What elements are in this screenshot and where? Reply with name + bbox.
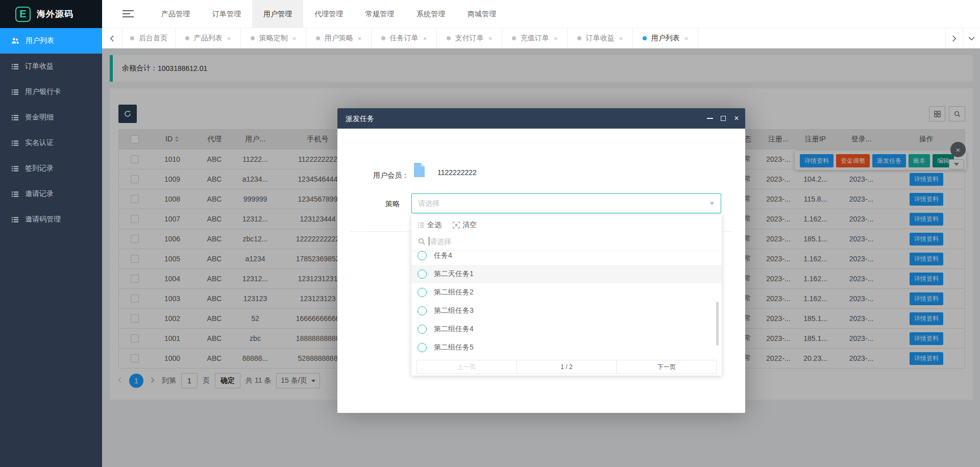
nav-item-orders[interactable]: 订单管理 (201, 0, 252, 28)
tab-home[interactable]: 后台首页 (122, 28, 176, 48)
radio-icon (418, 251, 427, 260)
close-icon[interactable]: × (731, 108, 742, 129)
sidebar-item-label: 邀请记录 (25, 189, 54, 199)
sidebar-item-user-list[interactable]: 用户列表 (0, 28, 102, 54)
member-label: 用户会员： (363, 171, 409, 180)
tabbar: 后台首页 产品列表 × 策略定制 × 用户策略 × 任务订单 × 支付订单 × (102, 28, 980, 48)
tab-dot-icon (643, 36, 647, 40)
sidebar-item-label: 邀请码管理 (25, 215, 61, 224)
option-item[interactable]: 第二组任务5 (411, 338, 722, 357)
sidebar-item-invite-codes[interactable]: 邀请码管理 (0, 207, 102, 232)
option-label: 第二天任务1 (434, 269, 474, 279)
dispatch-task-modal: 派发任务 × 用户会员： 1122222222 策略 请选择 全选 (337, 108, 745, 413)
dropdown-prev-button[interactable]: 上一页 (417, 360, 517, 374)
tab-pay-orders[interactable]: 支付订单 × (437, 28, 502, 48)
minimize-icon[interactable] (705, 108, 715, 129)
tabs-more-menu[interactable] (963, 28, 980, 48)
dropdown-pagination: 上一页 1 / 2 下一页 (416, 360, 717, 374)
select-all-action[interactable]: 全选 (418, 220, 442, 230)
sidebar-item-invites[interactable]: 邀请记录 (0, 181, 102, 207)
option-item[interactable]: 第二天任务1 (411, 265, 722, 283)
screen: E 海外源码 产品管理 订单管理 用户管理 代理管理 常规管理 系统管理 商城管… (0, 0, 980, 467)
sidebar-item-label: 签到记录 (25, 164, 54, 173)
list-icon (11, 216, 19, 224)
nav-item-mall[interactable]: 商城管理 (456, 0, 507, 28)
dropdown-search (411, 232, 722, 251)
tabs-scroll-right[interactable] (945, 28, 963, 48)
modal-title: 派发任务 (346, 114, 374, 122)
nav-item-agents[interactable]: 代理管理 (303, 0, 354, 28)
tab-user-list[interactable]: 用户列表 × (633, 28, 698, 48)
tab-label: 后台首页 (139, 34, 167, 43)
scrollbar-thumb[interactable] (716, 302, 719, 346)
option-item[interactable]: 第二组任务4 (411, 320, 722, 338)
tab-dot-icon (316, 36, 320, 40)
option-label: 第二组任务2 (434, 288, 474, 297)
tab-close-icon[interactable]: × (227, 35, 231, 42)
dropdown-next-button[interactable]: 下一页 (616, 360, 716, 374)
tab-close-icon[interactable]: × (684, 35, 689, 42)
dropdown-search-input[interactable] (430, 232, 710, 251)
tab-strategy-custom[interactable]: 策略定制 × (241, 28, 306, 48)
list-icon (11, 114, 19, 121)
select-all-label: 全选 (427, 220, 442, 230)
nav-item-system[interactable]: 系统管理 (405, 0, 456, 28)
modal-titlebar[interactable]: 派发任务 × (337, 108, 745, 129)
tab-order-income[interactable]: 订单收益 × (568, 28, 633, 48)
tab-recharge-orders[interactable]: 充值订单 × (502, 28, 568, 48)
users-icon (11, 37, 19, 45)
sidebar-item-label: 订单收益 (25, 62, 54, 71)
nav-item-users[interactable]: 用户管理 (252, 0, 303, 28)
tab-dot-icon (512, 36, 516, 40)
option-item[interactable]: 任务4 (411, 251, 722, 265)
chevron-down-icon (968, 36, 975, 41)
brand-logo: E 海外源码 (0, 0, 102, 28)
select-all-icon (418, 222, 425, 229)
tab-close-icon[interactable]: × (423, 35, 427, 42)
tab-close-icon[interactable]: × (554, 35, 558, 42)
nav-item-general[interactable]: 常规管理 (354, 0, 405, 28)
dropdown-options-list: 任务4 第二天任务1 第二组任务2 第二组任务3 第二组任务4 第二组任务5 (411, 251, 722, 359)
brand-logo-icon: E (15, 7, 31, 22)
list-icon (11, 190, 19, 198)
sidebar-item-order-income[interactable]: 订单收益 (0, 54, 102, 79)
nav-item-products[interactable]: 产品管理 (150, 0, 201, 28)
tabbar-spacer (698, 28, 945, 48)
sidebar-item-checkin[interactable]: 签到记录 (0, 156, 102, 181)
strategy-select[interactable]: 请选择 (411, 193, 721, 213)
tab-label: 用户列表 (651, 34, 680, 43)
tab-dot-icon (185, 36, 189, 40)
tab-product-list[interactable]: 产品列表 × (176, 28, 241, 48)
option-item[interactable]: 第二组任务2 (411, 283, 722, 302)
sidebar-item-label: 资金明细 (25, 113, 54, 122)
radio-icon (418, 343, 427, 352)
tab-user-strategy[interactable]: 用户策略 × (306, 28, 372, 48)
clear-action[interactable]: 清空 (453, 220, 477, 230)
option-label: 第二组任务4 (434, 325, 474, 334)
tab-close-icon[interactable]: × (292, 35, 297, 42)
tab-close-icon[interactable]: × (619, 35, 623, 42)
list-icon (11, 63, 19, 70)
radio-icon (418, 306, 427, 315)
sidebar-item-bank-cards[interactable]: 用户银行卡 (0, 79, 102, 105)
option-item[interactable]: 第二组任务3 (411, 302, 722, 320)
tabs-scroll-left[interactable] (102, 28, 122, 48)
caret-down-icon (709, 202, 715, 205)
tab-label: 订单收益 (586, 34, 615, 43)
strategy-dropdown-panel: 全选 清空 任务4 第二天任务1 (411, 215, 722, 376)
clear-icon (453, 222, 460, 229)
search-icon (418, 237, 426, 245)
tab-close-icon[interactable]: × (488, 35, 493, 42)
tab-task-orders[interactable]: 任务订单 × (372, 28, 437, 48)
list-icon (11, 139, 19, 147)
sidebar-item-fund-details[interactable]: 资金明细 (0, 105, 102, 130)
list-icon (11, 88, 19, 96)
sidebar: 用户列表 订单收益 用户银行卡 资金明细 实名认证 签到记录 邀请记录 邀请码 (0, 28, 102, 467)
tab-close-icon[interactable]: × (358, 35, 362, 42)
collapse-menu-icon[interactable] (122, 9, 134, 19)
maximize-icon[interactable] (718, 108, 728, 129)
sidebar-item-real-name[interactable]: 实名认证 (0, 130, 102, 156)
option-label: 第二组任务5 (434, 343, 474, 352)
topbar: E 海外源码 产品管理 订单管理 用户管理 代理管理 常规管理 系统管理 商城管… (0, 0, 980, 28)
chevron-right-icon (952, 35, 957, 42)
